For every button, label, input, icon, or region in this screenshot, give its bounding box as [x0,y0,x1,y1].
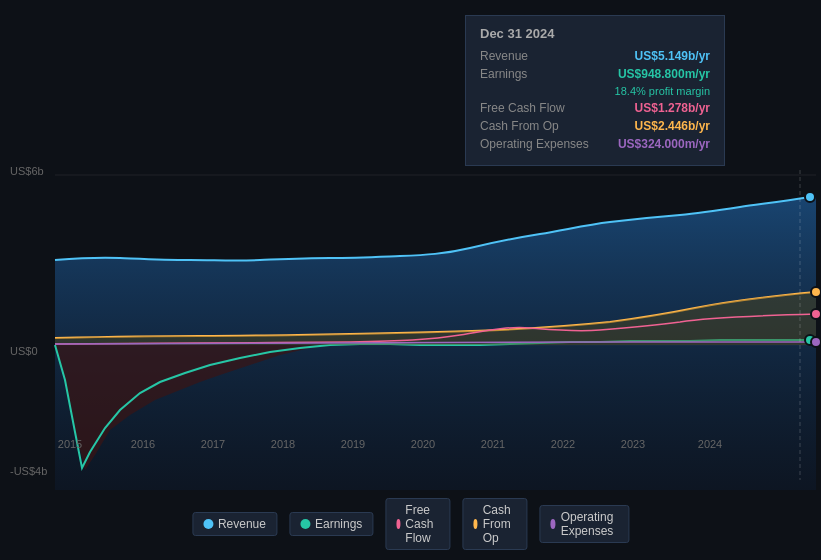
x-label-2015: 2015 [58,438,82,450]
x-label-2024: 2024 [698,438,722,450]
legend-dot-cfo [473,519,477,529]
x-label-2019: 2019 [341,438,365,450]
chart-legend: Revenue Earnings Free Cash Flow Cash Fro… [192,498,629,550]
legend-cfo[interactable]: Cash From Op [462,498,527,550]
tooltip-revenue-value: US$5.149b/yr [635,49,710,63]
legend-dot-opex [550,519,555,529]
svg-point-5 [811,287,821,297]
legend-label-fcf: Free Cash Flow [405,503,439,545]
tooltip-date: Dec 31 2024 [480,26,710,41]
tooltip-earnings-label: Earnings [480,67,527,81]
legend-label-revenue: Revenue [218,517,266,531]
legend-earnings[interactable]: Earnings [289,512,373,536]
x-label-2022: 2022 [551,438,575,450]
legend-dot-earnings [300,519,310,529]
tooltip-revenue-row: Revenue US$5.149b/yr [480,49,710,63]
tooltip-opex-row: Operating Expenses US$324.000m/yr [480,137,710,151]
svg-point-7 [811,337,821,347]
x-label-2021: 2021 [481,438,505,450]
legend-opex[interactable]: Operating Expenses [539,505,629,543]
legend-label-earnings: Earnings [315,517,362,531]
tooltip-card: Dec 31 2024 Revenue US$5.149b/yr Earning… [465,15,725,166]
legend-dot-fcf [396,519,400,529]
tooltip-fcf-value: US$1.278b/yr [635,101,710,115]
legend-fcf[interactable]: Free Cash Flow [385,498,450,550]
x-label-2020: 2020 [411,438,435,450]
tooltip-earnings-value: US$948.800m/yr [618,67,710,81]
tooltip-profit-margin-value: 18.4% profit margin [615,85,710,97]
svg-point-6 [811,309,821,319]
svg-point-3 [805,192,815,202]
tooltip-revenue-label: Revenue [480,49,528,63]
tooltip-opex-label: Operating Expenses [480,137,589,151]
tooltip-cfo-value: US$2.446b/yr [635,119,710,133]
tooltip-fcf-label: Free Cash Flow [480,101,565,115]
legend-label-opex: Operating Expenses [561,510,618,538]
tooltip-fcf-row: Free Cash Flow US$1.278b/yr [480,101,710,115]
legend-label-cfo: Cash From Op [483,503,517,545]
x-label-2018: 2018 [271,438,295,450]
legend-dot-revenue [203,519,213,529]
tooltip-earnings-row: Earnings US$948.800m/yr [480,67,710,81]
tooltip-cfo-label: Cash From Op [480,119,559,133]
chart-container: Dec 31 2024 Revenue US$5.149b/yr Earning… [0,0,821,560]
x-label-2017: 2017 [201,438,225,450]
x-label-2023: 2023 [621,438,645,450]
tooltip-profit-margin-row: 18.4% profit margin [480,85,710,97]
tooltip-cfo-row: Cash From Op US$2.446b/yr [480,119,710,133]
tooltip-opex-value: US$324.000m/yr [618,137,710,151]
x-label-2016: 2016 [131,438,155,450]
legend-revenue[interactable]: Revenue [192,512,277,536]
